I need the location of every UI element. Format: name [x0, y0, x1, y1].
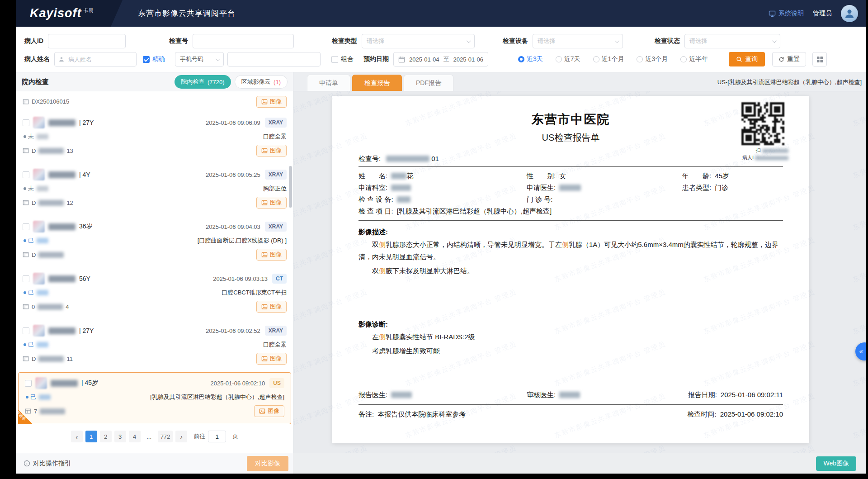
item-checkbox[interactable] [23, 275, 29, 282]
list-item[interactable]: | 27Y 2025-01-06 09:02:52 XRAY 已 口腔全景 D1… [16, 320, 293, 372]
patient-avatar [33, 169, 45, 180]
image-button[interactable]: 图像 [256, 96, 287, 108]
item-checkbox[interactable] [23, 171, 29, 178]
date-range-picker[interactable]: 2025-01-04 至 2025-01-06 [393, 52, 488, 66]
combine-checkbox[interactable] [331, 56, 338, 63]
report-status: 已 [24, 237, 48, 245]
exam-no-row: 检查号:01 [359, 155, 783, 163]
patient-id-input[interactable] [48, 34, 126, 48]
range-option[interactable]: 近半年 [680, 55, 708, 63]
range-option[interactable]: 近3天 [518, 55, 543, 63]
diag-lines: 左侧乳腺囊实性结节 BI-RADS:2级考虑乳腺增生所致可能 [359, 331, 783, 357]
modality-badge: US [269, 378, 284, 388]
system-help-link[interactable]: 系统说明 [769, 9, 804, 18]
goto-unit: 页 [232, 432, 238, 441]
item-checkbox[interactable] [23, 119, 29, 126]
list-item[interactable]: 56Y 2025-01-06 09:03:13 CT 已 口腔CBCT锥形束CT… [16, 268, 293, 320]
reset-button[interactable]: 重置 [772, 52, 806, 66]
redacted-text [391, 185, 411, 191]
patient-age: | 27Y [79, 119, 94, 126]
item-checkbox[interactable] [23, 223, 29, 230]
list-item[interactable]: | 27Y 2025-01-06 09:06:09 XRAY 未 口腔全景 D1… [16, 112, 293, 164]
image-button[interactable]: 图像 [256, 301, 287, 313]
picture-icon [261, 251, 268, 258]
patient-row-3: 检 查 设 备: 门 诊 号: [359, 194, 783, 205]
patient-name-redacted [48, 327, 75, 334]
radio-icon [680, 56, 687, 62]
chevron-left-icon [75, 433, 78, 441]
exam-id: D13 [23, 147, 73, 154]
page-number[interactable]: 2 [100, 431, 112, 442]
panel-tab[interactable]: 区域影像云 (1) [235, 75, 288, 89]
image-button[interactable]: 图像 [254, 405, 284, 417]
prev-page-button[interactable] [71, 431, 83, 442]
bottom-bar-left: 对比操作指引 对比影像 [16, 453, 293, 474]
user-avatar[interactable] [841, 5, 858, 22]
image-button[interactable]: 图像 [256, 249, 287, 261]
phone-select[interactable]: 手机号码 [175, 52, 224, 66]
username[interactable]: 管理员 [813, 9, 832, 18]
exam-no-input[interactable] [193, 34, 294, 48]
web-image-button[interactable]: Web图像 [816, 456, 856, 471]
exam-id: DX250106015 [23, 98, 69, 105]
redacted-text [559, 185, 581, 191]
page-number[interactable]: 1 [85, 431, 97, 442]
picture-icon [261, 356, 268, 362]
patient-age: 36岁 [79, 223, 93, 231]
list-item-partial[interactable]: DX250106015 图像 [16, 91, 293, 112]
image-button[interactable]: 图像 [256, 145, 287, 157]
scrollbar-thumb[interactable] [289, 166, 292, 208]
patient-age: 56Y [79, 275, 90, 282]
quick-range-group: 近3天近7天近1个月近3个月近半年 [518, 55, 708, 63]
panel-head: 院内检查 院内检查 (7720)区域影像云 (1) [16, 72, 293, 91]
main-tab[interactable]: 申请单 [307, 75, 350, 91]
main-tab-list: 申请单检查报告PDF报告 [307, 75, 453, 91]
range-option[interactable]: 近7天 [556, 55, 580, 63]
status-dot-icon [24, 135, 26, 138]
combine-option[interactable]: 组合 [331, 55, 354, 63]
panel-tab[interactable]: 院内检查 (7720) [175, 75, 231, 89]
status-select[interactable]: 请选择 [684, 34, 780, 48]
page-number[interactable]: 4 [129, 431, 141, 442]
exam-type-select[interactable]: 请选择 [362, 34, 475, 48]
collapse-panel-button[interactable] [855, 342, 866, 360]
diagnosis-line: 考虑乳腺增生所致可能 [359, 345, 783, 357]
exact-match-option[interactable]: 精确 [143, 55, 165, 63]
item-checkbox[interactable] [25, 380, 32, 387]
device-select[interactable]: 请选择 [533, 34, 623, 48]
list-item[interactable]: 36岁 2025-01-06 09:04:03 XRAY 已 [口腔曲面断层,口… [16, 216, 293, 268]
phone-input[interactable] [227, 52, 321, 66]
exact-checkbox[interactable] [143, 56, 150, 63]
patient-name-input[interactable] [54, 52, 137, 66]
pagination: 1234...772 前往 页 [16, 427, 293, 446]
main-tab[interactable]: 检查报告 [352, 75, 402, 91]
redacted-text [559, 392, 580, 398]
next-page-button[interactable] [175, 431, 187, 442]
page-number[interactable]: 772 [158, 431, 173, 442]
image-button[interactable]: 图像 [256, 353, 287, 365]
layout-grid-button[interactable] [812, 52, 827, 66]
range-option[interactable]: 近1个月 [593, 55, 624, 63]
list-item[interactable]: | 45岁 2025-01-06 09:02:10 US 已 [乳腺及其引流区淋… [18, 372, 291, 424]
exam-datetime: 2025-01-06 09:02:52 [206, 327, 260, 334]
page-number[interactable]: 3 [114, 431, 126, 442]
main-tab[interactable]: PDF报告 [404, 75, 453, 91]
redacted-text [38, 200, 64, 206]
bottom-bar: 对比操作指引 对比影像 Web图像 [16, 453, 866, 474]
item-checkbox[interactable] [23, 327, 29, 334]
current-exam-title: US-[乳腺及其引流区淋巴结彩超（乳腺中心）,超声检查] [717, 78, 862, 86]
exam-name: 口腔全景 [263, 341, 287, 349]
exam-type-label: 检查类型 [332, 37, 357, 45]
goto-label: 前往 [193, 432, 205, 441]
radio-icon [556, 56, 562, 62]
patient-row-1: 姓 名:花 性 别:女 年 龄:45岁 [359, 170, 783, 182]
compare-guide-link[interactable]: 对比操作指引 [24, 460, 71, 468]
search-button[interactable]: 查询 [729, 52, 765, 66]
image-button[interactable]: 图像 [256, 197, 287, 209]
goto-page-input[interactable] [208, 431, 226, 442]
picture-icon [261, 99, 268, 105]
list-item[interactable]: | 4Y 2025-01-06 09:05:25 XRAY 未 胸部正位 D12… [16, 164, 293, 216]
main-tab-bar: 申请单检查报告PDF报告 US-[乳腺及其引流区淋巴结彩超（乳腺中心）,超声检查… [293, 72, 866, 91]
compare-images-button[interactable]: 对比影像 [247, 456, 288, 471]
range-option[interactable]: 近3个月 [637, 55, 668, 63]
